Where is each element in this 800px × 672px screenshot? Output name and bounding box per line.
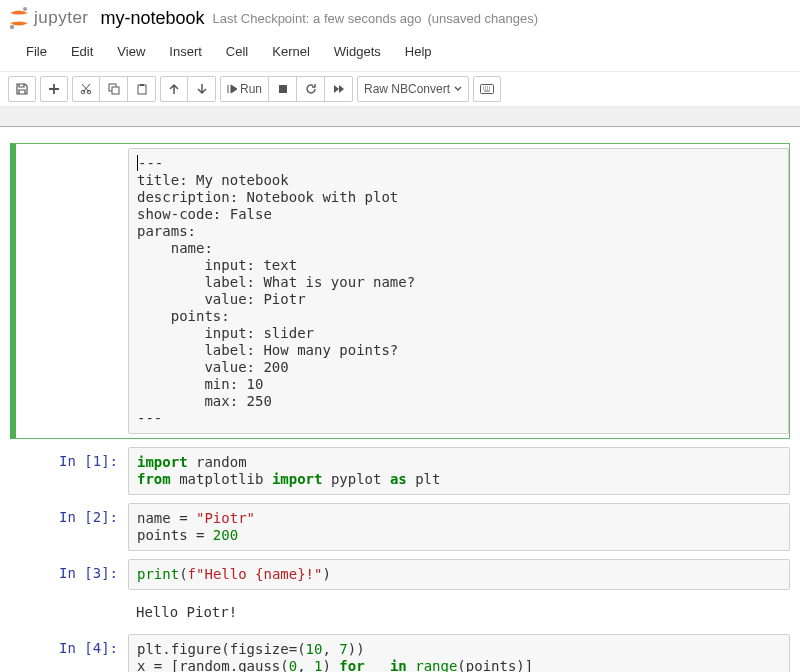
output-text-3: Hello Piotr! <box>128 598 790 626</box>
svg-rect-8 <box>279 85 287 93</box>
stop-icon <box>278 84 288 94</box>
notebook-name[interactable]: my-notebook <box>101 8 205 29</box>
copy-icon <box>108 83 120 95</box>
cell-output-3: Hello Piotr! <box>10 598 790 626</box>
prompt-out-3 <box>10 598 128 626</box>
cut-icon <box>80 83 92 95</box>
command-palette-button[interactable] <box>473 76 501 102</box>
menu-widgets[interactable]: Widgets <box>322 38 393 65</box>
move-down-button[interactable] <box>188 76 216 102</box>
logo-text: jupyter <box>34 8 89 28</box>
jupyter-logo-icon <box>8 6 30 30</box>
menu-insert[interactable]: Insert <box>157 38 214 65</box>
cell-code-3[interactable]: In [3]: print(f"Hello {name}!") <box>10 559 790 590</box>
chevron-down-icon <box>454 86 462 92</box>
move-group <box>160 76 216 102</box>
restart-button[interactable] <box>297 76 325 102</box>
run-button[interactable]: Run <box>220 76 269 102</box>
svg-point-0 <box>23 7 27 11</box>
keyboard-icon <box>480 84 494 94</box>
restart-run-all-button[interactable] <box>325 76 353 102</box>
prompt-in-3: In [3]: <box>10 559 128 590</box>
prompt-in-4: In [4]: <box>10 634 128 672</box>
cell-raw-selected[interactable]: --- title: My notebook description: Note… <box>10 143 790 439</box>
cell-code-4[interactable]: In [4]: plt.figure(figsize=(10, 7)) x = … <box>10 634 790 672</box>
svg-rect-6 <box>138 85 146 94</box>
prompt-in-2: In [2]: <box>10 503 128 551</box>
arrow-down-icon <box>196 83 208 95</box>
cell-type-label: Raw NBConvert <box>364 82 450 96</box>
code-input-2[interactable]: name = "Piotr" points = 200 <box>128 503 790 551</box>
svg-rect-7 <box>140 84 144 86</box>
menu-help[interactable]: Help <box>393 38 444 65</box>
cell-code-1[interactable]: In [1]: import random from matplotlib im… <box>10 447 790 495</box>
menubar: File Edit View Insert Cell Kernel Widget… <box>0 34 800 72</box>
restart-icon <box>305 83 317 95</box>
save-icon <box>16 83 28 95</box>
toolbar: Run Raw NBConvert <box>0 72 800 107</box>
run-icon <box>227 84 237 94</box>
fast-forward-icon <box>333 84 345 94</box>
unsaved-indicator: (unsaved changes) <box>427 11 538 26</box>
run-label: Run <box>240 82 262 96</box>
code-input-1[interactable]: import random from matplotlib import pyp… <box>128 447 790 495</box>
prompt-in-1: In [1]: <box>10 447 128 495</box>
menu-edit[interactable]: Edit <box>59 38 105 65</box>
arrow-up-icon <box>168 83 180 95</box>
plus-icon <box>48 83 60 95</box>
copy-button[interactable] <box>100 76 128 102</box>
cut-button[interactable] <box>72 76 100 102</box>
raw-cell-input[interactable]: --- title: My notebook description: Note… <box>128 148 789 434</box>
code-input-3[interactable]: print(f"Hello {name}!") <box>128 559 790 590</box>
svg-rect-5 <box>112 87 119 94</box>
header: jupyter my-notebook Last Checkpoint: a f… <box>0 0 800 34</box>
jupyter-logo[interactable]: jupyter <box>8 6 89 30</box>
paste-icon <box>136 83 148 95</box>
checkpoint-text: Last Checkpoint: a few seconds ago <box>213 11 422 26</box>
spacer-bar <box>0 107 800 127</box>
notebook-container: --- title: My notebook description: Note… <box>0 127 800 672</box>
interrupt-button[interactable] <box>269 76 297 102</box>
move-up-button[interactable] <box>160 76 188 102</box>
cell-code-2[interactable]: In [2]: name = "Piotr" points = 200 <box>10 503 790 551</box>
edit-group <box>72 76 156 102</box>
run-group: Run <box>220 76 353 102</box>
add-cell-button[interactable] <box>40 76 68 102</box>
prompt-empty <box>16 148 128 434</box>
save-button[interactable] <box>8 76 36 102</box>
menu-cell[interactable]: Cell <box>214 38 260 65</box>
cell-type-select[interactable]: Raw NBConvert <box>357 76 469 102</box>
menu-kernel[interactable]: Kernel <box>260 38 322 65</box>
menu-file[interactable]: File <box>14 38 59 65</box>
menu-view[interactable]: View <box>105 38 157 65</box>
code-input-4[interactable]: plt.figure(figsize=(10, 7)) x = [random.… <box>128 634 790 672</box>
paste-button[interactable] <box>128 76 156 102</box>
svg-point-1 <box>10 25 14 29</box>
